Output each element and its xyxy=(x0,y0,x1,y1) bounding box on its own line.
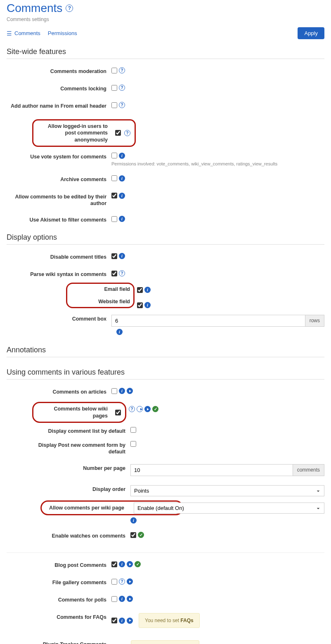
checkbox-locking[interactable] xyxy=(111,85,117,91)
checkbox-parse-wiki[interactable] xyxy=(111,271,117,276)
help-icon[interactable]: ? xyxy=(119,67,125,73)
checkbox-display-post-form[interactable] xyxy=(130,441,136,447)
check-icon[interactable] xyxy=(138,532,144,538)
label-email-field: Email field xyxy=(104,286,130,292)
label-disable-titles: Disable comment titles xyxy=(7,253,111,260)
label-anonymous: Allow logged-in users to post commments … xyxy=(38,123,112,143)
label-faqs: Comments for FAQs xyxy=(7,613,111,620)
checkbox-akismet[interactable] xyxy=(111,216,117,222)
info-icon[interactable]: i xyxy=(144,287,151,293)
label-locking: Comments locking xyxy=(7,85,111,92)
info-icon[interactable]: i xyxy=(119,253,125,259)
check-icon[interactable] xyxy=(152,406,158,412)
help-icon[interactable]: ? xyxy=(119,270,125,276)
play-icon[interactable] xyxy=(127,388,133,394)
play-icon[interactable] xyxy=(127,596,133,602)
checkbox-on-articles[interactable] xyxy=(111,388,117,394)
label-akismet: Use Akismet to filter comments xyxy=(7,216,111,223)
label-num-per-page: Number per page xyxy=(26,464,130,472)
page-title: Comments xyxy=(7,2,62,15)
label-moderation: Comments moderation xyxy=(7,67,111,75)
tab-comments[interactable]: ☰ Comments xyxy=(7,30,40,37)
tab-bar: ☰ Comments Permissions xyxy=(7,30,77,37)
label-display-list: Display comment list by default xyxy=(26,427,130,434)
play-outline-icon[interactable] xyxy=(137,406,143,412)
play-icon[interactable] xyxy=(144,406,151,412)
help-icon[interactable]: ? xyxy=(119,85,125,91)
info-icon[interactable]: i xyxy=(116,329,123,335)
label-display-post-form: Display Post new comment form by default xyxy=(26,441,130,455)
help-icon[interactable]: ? xyxy=(119,102,125,108)
section-various: Using comments in various features xyxy=(7,368,324,380)
checkbox-enable-watches[interactable] xyxy=(130,532,136,538)
section-display: Display options xyxy=(7,233,324,245)
input-num-per-page[interactable] xyxy=(130,464,293,476)
addon-comments: comments xyxy=(293,464,324,476)
info-icon[interactable]: i xyxy=(119,596,125,602)
info-icon[interactable]: i xyxy=(119,193,125,199)
label-display-order: Display order xyxy=(26,485,130,493)
checkbox-blog-post[interactable] xyxy=(111,561,117,567)
label-website-field: Website field xyxy=(98,299,130,304)
info-icon[interactable]: i xyxy=(144,302,151,308)
highlight-email-website: Email field Website field xyxy=(66,283,135,308)
notice-tracker: You need to set Trackers xyxy=(131,640,199,644)
notice-faqs: You need to set FAQs xyxy=(139,613,200,628)
label-from-header: Add author name in From email header xyxy=(7,102,111,109)
apply-button-top[interactable]: Apply xyxy=(298,27,324,39)
label-edit-by-author: Allow comments to be edited by their aut… xyxy=(7,193,111,207)
select-display-order[interactable]: Points xyxy=(130,485,324,496)
label-blog-post: Blog post Comments xyxy=(7,561,111,569)
checkbox-vote-system[interactable] xyxy=(111,153,117,158)
info-icon[interactable]: i xyxy=(130,517,137,524)
info-icon[interactable]: i xyxy=(119,175,125,182)
label-archive: Archive comments xyxy=(7,175,111,183)
checkbox-edit-by-author[interactable] xyxy=(111,193,117,198)
checkbox-disable-titles[interactable] xyxy=(111,253,117,259)
help-icon[interactable]: ? xyxy=(66,5,73,12)
info-icon[interactable]: i xyxy=(119,618,125,624)
checkbox-file-gallery[interactable] xyxy=(111,579,117,585)
check-icon[interactable] xyxy=(135,561,141,567)
play-icon[interactable] xyxy=(127,578,133,585)
checkbox-archive[interactable] xyxy=(111,175,117,181)
notice-faqs-text: You need to set xyxy=(145,618,180,623)
help-icon[interactable]: ? xyxy=(119,578,125,585)
label-on-articles: Comments on articles xyxy=(7,388,111,395)
checkbox-faqs[interactable] xyxy=(111,618,117,623)
play-icon[interactable] xyxy=(127,618,133,624)
info-icon[interactable]: i xyxy=(119,561,125,567)
label-vote-system: Use vote system for comments xyxy=(7,153,111,160)
section-sitewide: Site-wide features xyxy=(7,47,324,59)
page-subtitle: Comments settings xyxy=(7,17,324,22)
section-annotations: Annotations xyxy=(7,346,324,357)
label-tracker: Plugin Tracker Comments xyxy=(7,640,111,644)
help-icon[interactable]: ? xyxy=(129,406,135,412)
input-comment-box[interactable] xyxy=(111,315,305,327)
checkbox-from-header[interactable] xyxy=(111,102,117,108)
addon-rows: rows xyxy=(305,315,324,327)
info-icon[interactable]: i xyxy=(119,388,125,394)
label-enable-watches: Enable watches on comments xyxy=(26,532,130,539)
tab-permissions[interactable]: Permissions xyxy=(48,30,77,36)
highlight-anonymous: Allow logged-in users to post commments … xyxy=(32,119,136,147)
checkbox-anonymous[interactable] xyxy=(115,130,121,136)
checkbox-polls[interactable] xyxy=(111,596,117,602)
info-icon[interactable]: i xyxy=(119,216,125,222)
tab-permissions-label: Permissions xyxy=(48,30,77,36)
select-allow-per-wiki[interactable]: Enable (default On) xyxy=(134,502,324,514)
checkbox-website-field[interactable] xyxy=(137,302,143,308)
checkbox-below-wiki[interactable] xyxy=(115,410,121,415)
info-icon[interactable]: i xyxy=(119,153,125,159)
notice-faqs-strong: FAQs xyxy=(180,618,193,623)
checkbox-moderation[interactable] xyxy=(111,68,117,73)
play-icon[interactable] xyxy=(127,561,133,567)
label-polls: Comments for polls xyxy=(7,596,111,603)
label-allow-per-wiki: Allow comments per wiki page xyxy=(49,505,124,511)
checkbox-display-list[interactable] xyxy=(130,427,136,433)
label-comment-box: Comment box xyxy=(7,315,111,322)
help-icon[interactable]: ? xyxy=(124,130,130,136)
tab-comments-label: Comments xyxy=(14,30,40,36)
checkbox-email-field[interactable] xyxy=(137,287,143,293)
highlight-below-wiki: Comments below wiki pages xyxy=(32,402,126,423)
